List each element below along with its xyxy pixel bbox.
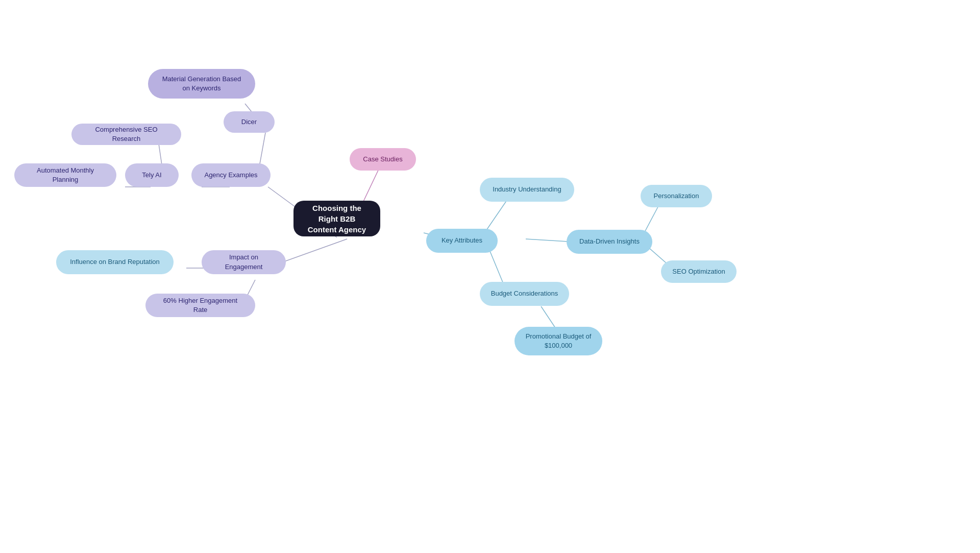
- higher-engagement-node[interactable]: 60% Higher Engagement Rate: [145, 294, 255, 317]
- svg-line-16: [541, 306, 556, 329]
- case-studies-node[interactable]: Case Studies: [350, 148, 416, 171]
- key-attributes-node[interactable]: Key Attributes: [426, 229, 498, 253]
- tely-ai-node[interactable]: Tely AI: [125, 163, 179, 187]
- data-driven-node[interactable]: Data-Driven Insights: [567, 230, 652, 254]
- promotional-budget-node[interactable]: Promotional Budget of $100,000: [514, 327, 602, 355]
- center-node[interactable]: Choosing the Right B2B Content Agency: [293, 201, 380, 236]
- budget-considerations-node[interactable]: Budget Considerations: [480, 282, 569, 306]
- dicer-node[interactable]: Dicer: [224, 111, 275, 133]
- agency-examples-node[interactable]: Agency Examples: [191, 163, 271, 187]
- influence-brand-node[interactable]: Influence on Brand Reputation: [56, 250, 174, 274]
- industry-understanding-node[interactable]: Industry Understanding: [480, 178, 574, 202]
- material-generation-node[interactable]: Material Generation Based on Keywords: [148, 69, 255, 99]
- automated-monthly-node[interactable]: Automated Monthly Planning: [14, 163, 116, 187]
- personalization-node[interactable]: Personalization: [641, 185, 712, 207]
- comprehensive-seo-node[interactable]: Comprehensive SEO Research: [71, 124, 181, 145]
- impact-engagement-node[interactable]: Impact on Engagement: [202, 250, 286, 274]
- mind-map-connections: [0, 0, 980, 553]
- seo-optimization-node[interactable]: SEO Optimization: [661, 260, 737, 283]
